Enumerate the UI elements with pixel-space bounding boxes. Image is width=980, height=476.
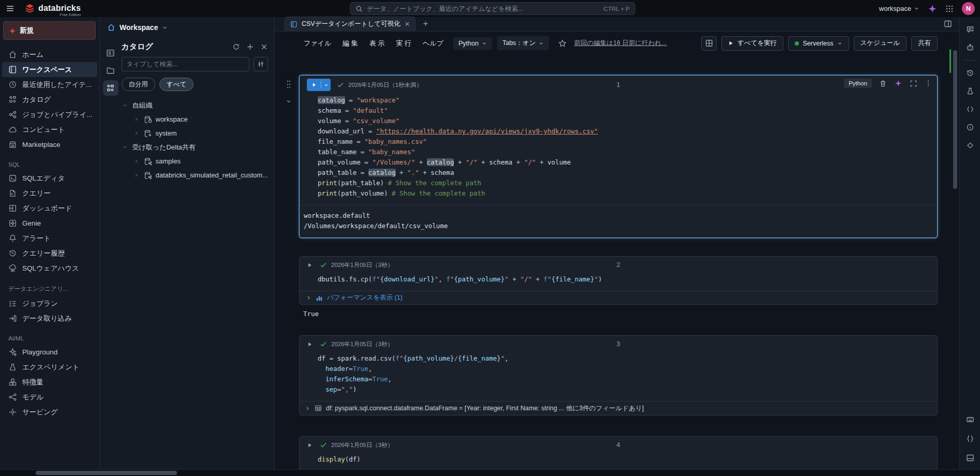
performance-row[interactable]: パフォーマンスを表示 (1): [300, 291, 937, 304]
run-cell-button[interactable]: [307, 341, 313, 347]
menu-edit[interactable]: 編 集: [338, 36, 363, 51]
hamburger-menu-icon[interactable]: [0, 4, 20, 13]
search-input[interactable]: [367, 5, 600, 12]
sidebar-item-workflows[interactable]: ジョブとパイプライ...: [2, 107, 97, 122]
last-edit-link[interactable]: 前回の編集は16 日前に行われ...: [574, 39, 666, 48]
user-avatar[interactable]: N: [962, 2, 975, 15]
menu-run[interactable]: 実 行: [391, 36, 416, 51]
run-cell-button[interactable]: [307, 79, 331, 91]
global-search[interactable]: CTRL + P: [350, 2, 635, 15]
chevron-right-icon[interactable]: [133, 158, 140, 164]
info-icon[interactable]: [963, 120, 977, 135]
sidebar-item-experiment[interactable]: エクスペリメント: [2, 360, 97, 375]
tree-item-databricks-simulated-retail-custom-[interactable]: databricks_simulated_retail_custom...: [122, 168, 269, 182]
sidebar-item-playground[interactable]: Playground: [2, 345, 97, 360]
run-cell-button[interactable]: [307, 262, 313, 268]
tree-group[interactable]: 受け取ったDelta共有: [122, 140, 269, 154]
chevron-right-icon[interactable]: [133, 116, 140, 122]
play-icon[interactable]: [307, 82, 321, 87]
schedule-button[interactable]: スケジュール: [854, 36, 907, 51]
databricks-logo[interactable]: databricks Free Edition: [25, 4, 81, 13]
notebook-cell-4[interactable]: 2026年1月05日（3秒）4display(df) パフォーマンスを表示 (1…: [299, 436, 938, 469]
menu-help[interactable]: ヘルプ: [418, 36, 448, 51]
notebook-scrollbar[interactable]: [953, 41, 958, 467]
performance-link[interactable]: パフォーマンスを表示 (1): [327, 293, 403, 302]
sidebar-item-features[interactable]: 特徴量: [2, 375, 97, 390]
sidebar-item-catalog[interactable]: カタログ: [2, 92, 97, 107]
tree-item-system[interactable]: system: [122, 126, 269, 140]
tabs-toggle[interactable]: Tabs：オン: [497, 36, 550, 50]
sidebar-item-cloud[interactable]: コンピュート: [2, 122, 97, 137]
rail-folder-icon[interactable]: [103, 63, 118, 78]
scrollbar-thumb[interactable]: [953, 50, 957, 189]
braces-variables-icon[interactable]: [963, 432, 977, 446]
filter-pill[interactable]: 自分用: [122, 78, 156, 91]
new-button[interactable]: + 新規: [3, 21, 96, 40]
horizontal-scrollbar-thumb[interactable]: [36, 471, 177, 475]
rail-catalog-icon[interactable]: [103, 80, 118, 96]
compute-selector-button[interactable]: Serverless: [788, 36, 849, 51]
run-all-button[interactable]: すべてを実行: [721, 36, 783, 51]
assistant-icon[interactable]: [963, 40, 977, 55]
cell-code-editor[interactable]: dbutils.fs.cp(f"{download_url}", f"{path…: [300, 273, 937, 291]
horizontal-scrollbar[interactable]: [0, 469, 980, 476]
sidebar-item-workspace[interactable]: ワークスペース: [2, 62, 97, 77]
tree-item-samples[interactable]: samples: [122, 154, 269, 168]
dataframe-result-row[interactable]: df: pyspark.sql.connect.dataframe.DataFr…: [300, 401, 937, 415]
rail-notebook-toc-icon[interactable]: [103, 45, 118, 61]
cell-assistant-sparkle-icon[interactable]: [894, 79, 902, 87]
comments-icon[interactable]: [963, 22, 977, 37]
run-cell-button[interactable]: [307, 442, 313, 448]
sidebar-item-job-runs[interactable]: ジョブラン: [2, 296, 97, 311]
split-panel-icon[interactable]: [944, 20, 952, 28]
cell-code-editor[interactable]: df = spark.read.csv(f"{path_volume}/{fil…: [300, 352, 937, 401]
sidebar-item-sql-editor[interactable]: SQLエディタ: [2, 171, 97, 186]
workspace-switcher[interactable]: workspace: [879, 5, 919, 12]
run-options-chevron-icon[interactable]: [321, 83, 331, 87]
language-selector[interactable]: Python: [453, 37, 492, 50]
catalog-search[interactable]: [122, 57, 250, 71]
keyboard-shortcuts-icon[interactable]: [963, 412, 977, 427]
notebook-cell-2[interactable]: 2026年1月05日（3秒）2dbutils.fs.cp(f"{download…: [299, 256, 938, 305]
version-history-icon[interactable]: [963, 66, 977, 80]
chevron-right-icon[interactable]: [133, 130, 140, 136]
expand-cell-icon[interactable]: [910, 80, 917, 87]
cell-language-badge[interactable]: Python: [844, 79, 872, 88]
cell-code-editor[interactable]: catalog = "workspace"schema = "default"v…: [300, 94, 937, 205]
refresh-icon[interactable]: [232, 43, 240, 51]
assistant-sparkle-icon[interactable]: [928, 4, 937, 13]
cell-kebab-menu-icon[interactable]: [925, 80, 932, 87]
view-layout-button[interactable]: [701, 36, 717, 51]
workspace-breadcrumb[interactable]: Workspace: [100, 17, 274, 38]
menu-view[interactable]: 表 示: [365, 36, 390, 51]
delete-cell-icon[interactable]: [879, 80, 887, 87]
sidebar-item-query[interactable]: クエリー: [2, 186, 97, 201]
sidebar-item-ingest[interactable]: データ取り込み: [2, 311, 97, 326]
sidebar-item-history[interactable]: クエリー履歴: [2, 246, 97, 261]
experiments-flask-icon[interactable]: [963, 84, 977, 98]
sidebar-item-models[interactable]: モデル: [2, 390, 97, 405]
close-panel-icon[interactable]: [260, 43, 268, 51]
sidebar-item-store[interactable]: Marketplace: [2, 137, 97, 152]
notebook-tab[interactable]: CSVデータインポートして可視化 ✕: [285, 17, 415, 31]
share-button[interactable]: 共有: [911, 36, 938, 51]
chevron-down-icon[interactable]: [122, 144, 129, 150]
sidebar-item-bell[interactable]: アラート: [2, 231, 97, 246]
filter-pill[interactable]: すべて: [159, 78, 194, 91]
apps-grid-icon[interactable]: [945, 5, 954, 13]
catalog-search-input[interactable]: [127, 61, 245, 68]
tree-item-workspace[interactable]: workspace: [122, 112, 269, 126]
cell-collapse-icon[interactable]: [286, 98, 292, 105]
notebook-cell-3[interactable]: 2026年1月05日（3秒）3df = spark.read.csv(f"{pa…: [299, 335, 938, 415]
filter-sliders-icon[interactable]: [254, 57, 268, 71]
chevron-right-icon[interactable]: [133, 172, 140, 178]
tab-close-icon[interactable]: ✕: [405, 20, 410, 28]
sidebar-item-serving[interactable]: サービング: [2, 405, 97, 420]
favorite-star-icon[interactable]: [558, 39, 567, 48]
environment-icon[interactable]: [963, 102, 977, 116]
sidebar-item-dashboard[interactable]: ダッシュボード: [2, 201, 97, 216]
new-tab-icon[interactable]: +: [423, 19, 428, 31]
menu-file[interactable]: ファイル: [299, 36, 336, 51]
chevron-right-icon[interactable]: [306, 295, 311, 301]
chevron-down-icon[interactable]: [122, 102, 129, 108]
